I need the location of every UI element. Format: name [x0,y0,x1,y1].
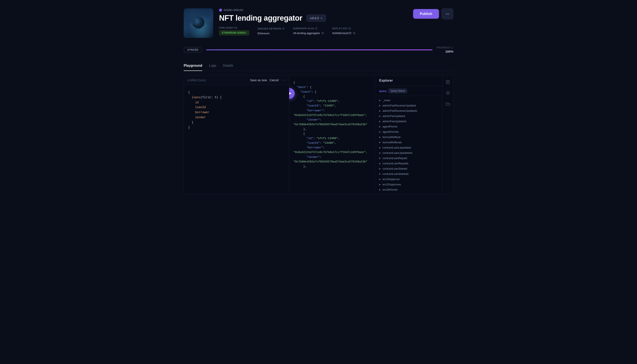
query-name-input[interactable] [187,78,248,82]
explorer-item-label: erc20Permit [382,188,397,191]
deploy-key-value-row: 5e93dd-ba1b72 ⧉ [332,31,355,35]
svg-point-4 [197,19,198,20]
subgraph-slug-value-row: nft-lending-aggregator ⧉ [293,31,324,35]
expand-arrow-icon: ▶ [379,99,381,102]
subgraph-slug-value: nft-lending-aggregator [293,32,320,35]
query-editor-panel: Save as new Cancel ··· { loans(first: 5)… [184,75,289,194]
published-to-label: PUBLISHED TO [219,27,249,29]
explorer-item-contractLoanLiquidated[interactable]: ▶ contractLoanLiquidated [375,145,442,150]
explorer-item-contractLoanStarted[interactable]: ▶ contractLoanStarted [375,166,442,171]
publish-button[interactable]: Publish [413,9,439,19]
explorer-item-erc20Approve[interactable]: ▶ erc20Approve [375,176,442,182]
chevron-down-icon: ▼ [320,17,322,19]
expand-arrow-icon: ▶ [379,110,381,112]
query-keyword: query [379,90,386,92]
subgraph-slug-label: SUBGRAPH SLUG ⓘ [293,27,324,30]
svg-point-5 [199,20,201,22]
expand-arrow-icon: ▶ [379,178,381,180]
deploy-key-meta: DEPLOY KEY ⓘ 5e93dd-ba1b72 ⧉ [332,27,355,35]
explorer-item-label: contractLoanLiquidateds [382,151,412,154]
explorer-item-meta[interactable]: ▶ _meta [375,98,442,103]
query-editor[interactable]: { loans(first: 5) { id loanId borrower l… [184,85,289,194]
deploy-key-label: DEPLOY KEY ⓘ [332,27,355,30]
deploy-key-value: 5e93dd-ba1b72 [332,32,351,35]
expand-arrow-icon: ▶ [379,173,381,175]
explorer-item-contractLoanStarteds[interactable]: ▶ contractLoanStarteds [375,171,442,176]
expand-arrow-icon: ▶ [379,183,381,186]
explorer-item-adminFeeUpdated[interactable]: ▶ adminFeeUpdated [375,114,442,119]
explorer-query-row: query Query Name [375,86,442,96]
explorer-item-label: erc20Approve [382,178,400,181]
explorer-item-adminFeeUpdateds[interactable]: ▶ adminFeeUpdateds [375,119,442,124]
cancel-button[interactable]: Cancel [269,78,279,82]
folder-icon[interactable] [445,100,451,107]
expand-arrow-icon: ▶ [379,152,381,154]
side-icons-panel [442,75,453,194]
explorer-item-label: erc20Approves [382,183,401,186]
explorer-item-contractLoanRepaid[interactable]: ▶ contractLoanRepaid [375,156,442,161]
expand-arrow-icon: ▶ [379,168,381,170]
explorer-item-adminFeeReceiverUpdated[interactable]: ▶ adminFeeReceiverUpdated [375,103,442,108]
explorer-item-label: adminFeeReceiverUpdateds [382,109,417,112]
explorer-item-label: adminFeeUpdated [382,114,405,118]
tab-logs[interactable]: Logs [209,62,216,71]
synced-badge: SYNCED [184,47,202,52]
result-panel: { "data": { "loans": [ { "id": "nftfi-13… [289,75,375,194]
deploy-key-copy-icon[interactable]: ⧉ [353,31,355,35]
explorer-item-agentPermit[interactable]: ▶ agentPermit [375,124,442,129]
explorer-item-borrowRefferal[interactable]: ▶ borrowRefferal [375,134,442,140]
published-to-meta: PUBLISHED TO ETHEREUM GOERLI [219,27,249,35]
more-options-button[interactable]: ⋯ [442,8,453,19]
history-icon[interactable] [445,90,451,96]
expand-arrow-icon: ▶ [379,141,381,144]
save-as-new-button[interactable]: Save as new [250,78,267,82]
version-dropdown[interactable]: v.0.0.3 ▼ [307,14,326,22]
query-options-button[interactable]: ··· [281,78,286,82]
progress-label: PROGRESS ⓘ 100% [437,46,453,53]
explorer-item-erc20Permit[interactable]: ▶ erc20Permit [375,187,442,192]
explorer-item-borrowRefferals[interactable]: ▶ borrowRefferals [375,140,442,145]
meta-row: PUBLISHED TO ETHEREUM GOERLI INDEXED NET… [219,27,407,35]
title-row: NFT lending aggregator v.0.0.3 ▼ [219,14,407,22]
explorer-item-label: contractLoanLiquidated [382,146,411,149]
query-name-tab[interactable]: Query Name [388,88,407,93]
progress-bar-container [206,50,433,50]
page-header: 0x5d81-6581AC NFT lending aggregator v.0… [184,8,453,38]
expand-arrow-icon: ▶ [379,146,381,149]
explorer-item-contractLoanLiquidateds[interactable]: ▶ contractLoanLiquidateds [375,150,442,156]
expand-arrow-icon: ▶ [379,115,381,117]
address-dot [219,9,222,12]
explorer-item-label: adminFeeUpdateds [382,120,406,123]
address-text: 0x5d81-6581AC [224,8,244,12]
result-content: { "data": { "loans": [ { "id": "nftfi-13… [289,75,375,174]
indexed-network-meta: INDEXED NETWORK ⓘ Ethereum [258,27,285,35]
explorer-item-label: _meta [382,99,390,102]
tab-playground[interactable]: Playground [184,62,202,71]
tab-details[interactable]: Details [223,62,233,71]
explorer-item-adminFeeReceiverUpdateds[interactable]: ▶ adminFeeReceiverUpdateds [375,108,442,114]
subgraph-slug-meta: SUBGRAPH SLUG ⓘ nft-lending-aggregator ⧉ [293,27,324,35]
expand-arrow-icon: ▶ [379,157,381,159]
explorer-item-label: agentPermits [382,130,399,134]
expand-arrow-icon: ▶ [379,188,381,191]
explorer-item-label: contractLoanRepaid [382,156,407,160]
explorer-item-label: agentPermit [382,125,397,128]
doc-icon[interactable] [445,79,451,86]
expand-arrow-icon: ▶ [379,104,381,107]
expand-arrow-icon: ▶ [379,131,381,133]
expand-arrow-icon: ▶ [379,136,381,138]
project-image [184,8,213,38]
play-button[interactable] [289,88,295,99]
published-to-value: ETHEREUM GOERLI [219,30,249,35]
play-icon [289,91,291,96]
explorer-header: Explorer [375,75,442,86]
expand-arrow-icon: ▶ [379,162,381,164]
explorer-item-contractLoanRepaids[interactable]: ▶ contractLoanRepaids [375,161,442,166]
subgraph-slug-copy-icon[interactable]: ⧉ [322,31,324,35]
indexed-network-value: Ethereum [258,32,269,35]
explorer-item-agentPermits[interactable]: ▶ agentPermits [375,129,442,134]
explorer-item-erc20Approves[interactable]: ▶ erc20Approves [375,182,442,187]
progress-label-text: PROGRESS ⓘ [437,46,453,49]
explorer-item-label: contractLoanStarteds [382,172,409,176]
project-title: NFT lending aggregator [219,14,302,22]
